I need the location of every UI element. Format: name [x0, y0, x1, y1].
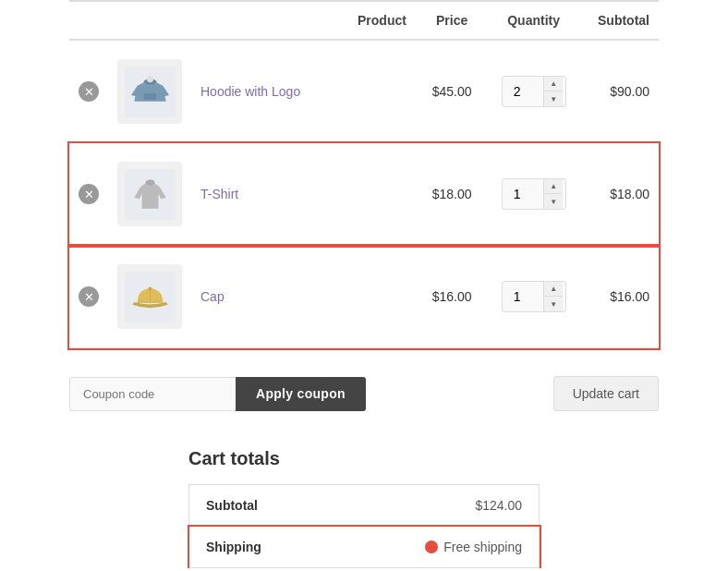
- qty-up-button[interactable]: ▲: [544, 77, 563, 91]
- qty-down-button[interactable]: ▼: [544, 194, 563, 209]
- product-subtotal-cell: $18.00: [579, 143, 659, 246]
- shipping-row: Shipping Free shipping: [189, 527, 540, 568]
- product-subtotal: $16.00: [610, 289, 649, 304]
- product-subtotal-cell: $16.00: [579, 246, 659, 348]
- product-name-cell: Hoodie with Logo: [191, 40, 416, 143]
- col-header-subtotal: Subtotal: [579, 1, 659, 40]
- product-image: [117, 264, 182, 329]
- table-row: ✕: [69, 40, 659, 143]
- remove-cell: ✕: [69, 143, 108, 246]
- product-link-tshirt[interactable]: T-Shirt: [200, 187, 238, 201]
- qty-wrapper: ▲ ▼: [502, 76, 566, 107]
- qty-spinners: ▲ ▼: [543, 282, 563, 311]
- subtotal-value: $124.00: [331, 485, 539, 527]
- totals-table: Subtotal $124.00 Shipping Free shipping: [188, 484, 540, 568]
- subtotal-label: Subtotal: [189, 485, 332, 527]
- qty-input[interactable]: [504, 284, 543, 310]
- product-image-cell: [108, 143, 191, 246]
- product-price-cell: $16.00: [416, 246, 489, 348]
- qty-wrapper: ▲ ▼: [502, 178, 566, 210]
- svg-point-2: [147, 76, 153, 82]
- product-image-cell: [108, 40, 191, 143]
- product-link-cap[interactable]: Cap: [200, 289, 224, 304]
- coupon-left: Apply coupon: [69, 377, 366, 411]
- product-image: [117, 162, 182, 226]
- coupon-row: Apply coupon Update cart: [69, 358, 659, 430]
- table-row: ✕: [69, 246, 659, 348]
- svg-rect-1: [143, 92, 156, 99]
- shipping-cell: Free shipping: [347, 540, 522, 554]
- product-image-cell: [108, 246, 191, 348]
- shipping-value-cell: Free shipping: [331, 527, 539, 568]
- product-qty-cell: ▲ ▼: [488, 40, 578, 143]
- remove-cell: ✕: [69, 40, 108, 143]
- product-price-cell: $45.00: [416, 40, 489, 143]
- hoodie-icon: [125, 67, 176, 117]
- qty-input[interactable]: [504, 181, 543, 207]
- product-subtotal: $18.00: [610, 187, 649, 201]
- cart-table: Product Price Quantity Subtotal ✕: [69, 0, 659, 348]
- product-price: $16.00: [432, 289, 472, 304]
- product-subtotal-cell: $90.00: [579, 40, 659, 143]
- product-name-cell: T-Shirt: [191, 143, 416, 246]
- qty-spinners: ▲ ▼: [543, 77, 563, 106]
- product-price: $18.00: [432, 187, 472, 201]
- qty-down-button[interactable]: ▼: [544, 91, 563, 106]
- radio-dot-icon: [425, 541, 438, 553]
- qty-input[interactable]: [504, 79, 543, 104]
- remove-button[interactable]: ✕: [79, 81, 99, 102]
- qty-up-button[interactable]: ▲: [544, 282, 563, 297]
- remove-button[interactable]: ✕: [79, 286, 99, 307]
- update-cart-button[interactable]: Update cart: [553, 376, 659, 411]
- coupon-input[interactable]: [69, 377, 236, 411]
- remove-cell: ✕: [69, 246, 108, 348]
- product-name-cell: Cap: [191, 246, 416, 348]
- product-link-hoodie[interactable]: Hoodie with Logo: [200, 84, 300, 99]
- col-header-quantity: Quantity: [488, 1, 578, 40]
- cart-totals: Cart totals Subtotal $124.00 Shipping Fr…: [188, 448, 540, 568]
- subtotal-row: Subtotal $124.00: [189, 485, 540, 527]
- col-header-image: [108, 1, 191, 40]
- qty-wrapper: ▲ ▼: [502, 281, 566, 312]
- col-header-product: Product: [191, 1, 416, 40]
- col-header-price: Price: [416, 1, 489, 40]
- apply-coupon-button[interactable]: Apply coupon: [236, 377, 366, 411]
- remove-button[interactable]: ✕: [79, 184, 99, 204]
- product-price: $45.00: [432, 84, 472, 99]
- product-price-cell: $18.00: [416, 143, 489, 246]
- product-image: [117, 59, 182, 124]
- shipping-label: Shipping: [189, 527, 332, 568]
- qty-up-button[interactable]: ▲: [544, 179, 563, 194]
- svg-point-6: [148, 286, 152, 290]
- product-subtotal: $90.00: [610, 84, 649, 99]
- qty-spinners: ▲ ▼: [543, 179, 563, 209]
- col-header-remove: [69, 1, 108, 40]
- cart-totals-section: Cart totals Subtotal $124.00 Shipping Fr…: [69, 448, 659, 568]
- tshirt-icon: [125, 169, 176, 220]
- table-row: ✕ T-Shirt: [69, 143, 659, 246]
- free-shipping-label: Free shipping: [443, 540, 522, 554]
- qty-down-button[interactable]: ▼: [544, 297, 563, 311]
- product-qty-cell: ▲ ▼: [488, 246, 578, 348]
- product-qty-cell: ▲ ▼: [488, 143, 578, 246]
- cart-totals-title: Cart totals: [188, 448, 540, 469]
- cap-icon: [125, 272, 176, 322]
